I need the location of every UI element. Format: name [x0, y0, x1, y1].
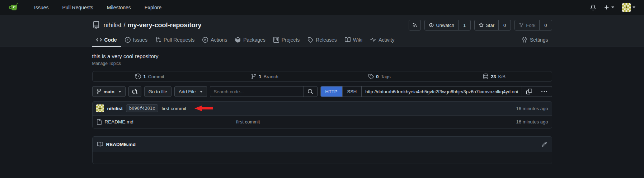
repo-title-row: nihilist/my-very-cool-repository Unwatch… [92, 19, 552, 31]
gitea-logo-icon[interactable] [9, 2, 19, 13]
fork-button-group: Fork 0 [514, 20, 552, 31]
file-age: 16 minutes ago [516, 119, 548, 125]
tab-label: Code [104, 37, 117, 43]
code-search-box [210, 86, 318, 97]
tab-activity[interactable]: Activity [366, 34, 398, 47]
stars-count[interactable]: 0 [498, 20, 511, 30]
unwatch-label: Unwatch [436, 23, 454, 28]
add-file-label: Add File [179, 89, 196, 94]
clone-ssh-button[interactable]: SSH [342, 86, 362, 97]
repo-icon [92, 21, 100, 29]
repo-action-buttons: Unwatch 1 Star 0 Fork 0 [409, 20, 552, 31]
edit-readme-button[interactable] [541, 141, 547, 147]
watchers-count[interactable]: 1 [458, 20, 470, 30]
tab-label: Releases [316, 37, 337, 43]
search-code-input[interactable] [210, 86, 304, 97]
database-icon [483, 74, 489, 79]
stat-label: KiB [498, 74, 506, 79]
top-navbar: Issues Pull Requests Milestones Explore [0, 0, 644, 15]
tab-label: Activity [379, 37, 394, 43]
commit-age: 16 minutes ago [516, 106, 548, 111]
notifications-bell-icon[interactable] [590, 5, 596, 10]
user-avatar-menu[interactable] [622, 3, 635, 12]
forks-count[interactable]: 0 [539, 20, 551, 30]
eye-icon [429, 23, 434, 28]
more-operations-button[interactable] [537, 86, 552, 97]
repo-owner-link[interactable]: nihilist [104, 22, 122, 29]
stat-label: Tags [381, 74, 390, 79]
navbar-right-controls [590, 3, 635, 12]
branch-selector-button[interactable]: main [92, 86, 126, 97]
tab-pull-requests[interactable]: Pull Requests [151, 34, 198, 47]
repo-breadcrumb: nihilist/my-very-cool-repository [104, 22, 202, 29]
stat-commits[interactable]: 1Commit [93, 71, 207, 81]
tab-actions[interactable]: Actions [198, 34, 231, 47]
clone-panel: HTTP SSH [320, 86, 552, 97]
file-icon [96, 119, 102, 125]
history-icon [135, 74, 141, 79]
file-name-link[interactable]: README.md [105, 119, 133, 125]
unwatch-button[interactable]: Unwatch [425, 20, 458, 30]
repo-tabs: Code Issues Pull Requests Actions Packag… [92, 34, 552, 47]
nav-link-milestones[interactable]: Milestones [102, 5, 136, 10]
stat-value: 1 [143, 74, 146, 79]
tab-label: Pull Requests [164, 37, 194, 43]
create-new-menu[interactable] [604, 5, 614, 10]
issue-opened-icon [125, 37, 131, 43]
fork-icon [519, 23, 524, 28]
clone-url-input[interactable] [361, 86, 521, 97]
nav-link-issues[interactable]: Issues [29, 5, 54, 10]
readme-header: README.md [93, 137, 552, 152]
star-button[interactable]: Star [475, 20, 498, 30]
readme-content [93, 152, 552, 164]
tab-projects[interactable]: Projects [269, 34, 304, 47]
rss-feed-button[interactable] [409, 20, 421, 31]
tab-packages[interactable]: Packages [231, 34, 269, 47]
git-branch-icon [97, 89, 102, 94]
breadcrumb-separator: / [124, 22, 126, 29]
tab-label: Actions [211, 37, 227, 43]
tab-label: Projects [282, 37, 300, 43]
tab-code[interactable]: Code [92, 34, 121, 47]
copy-icon [526, 89, 532, 94]
manage-topics-link[interactable]: Manage Topics [92, 61, 121, 66]
stat-label: Commit [148, 74, 164, 79]
commit-author-avatar[interactable] [96, 104, 104, 112]
commit-author-name[interactable]: nihilist [107, 106, 123, 111]
search-button[interactable] [304, 86, 317, 97]
avatar [622, 3, 631, 12]
tab-label: Wiki [353, 37, 362, 43]
chevron-down-icon [611, 6, 614, 8]
tab-wiki[interactable]: Wiki [341, 34, 366, 47]
repo-name-link[interactable]: my-very-cool-repository [128, 22, 202, 29]
commit-message[interactable]: first commit [161, 106, 186, 111]
tab-issues[interactable]: Issues [121, 34, 151, 47]
git-branch-icon [251, 74, 257, 79]
file-name-cell: README.md [96, 119, 236, 125]
repo-stats-bar: 1Commit 1Branch 0Tags 23KiB [92, 71, 552, 82]
compare-button[interactable] [128, 86, 141, 97]
chevron-down-icon [633, 6, 635, 8]
nav-link-explore[interactable]: Explore [139, 5, 167, 10]
pencil-icon [541, 141, 547, 147]
stat-label: Branch [264, 74, 278, 79]
stat-size[interactable]: 23KiB [437, 71, 552, 81]
project-board-icon [273, 37, 279, 43]
git-pull-request-icon [155, 37, 161, 43]
add-file-button[interactable]: Add File [174, 86, 207, 97]
branch-name: main [104, 89, 114, 94]
clone-http-button[interactable]: HTTP [321, 86, 342, 97]
latest-commit-row: nihilist b090f4201c first commit 16 minu… [93, 102, 552, 115]
stat-branches[interactable]: 1Branch [207, 71, 322, 81]
tab-settings[interactable]: Settings [518, 34, 552, 47]
file-commit-message[interactable]: first commit [236, 119, 516, 125]
stat-tags[interactable]: 0Tags [322, 71, 437, 81]
nav-link-pull-requests[interactable]: Pull Requests [57, 5, 98, 10]
tools-icon [522, 37, 527, 43]
copy-url-button[interactable] [522, 86, 537, 97]
fork-button[interactable]: Fork [515, 20, 539, 30]
commit-hash-badge[interactable]: b090f4201c [126, 104, 158, 112]
go-to-file-button[interactable]: Go to file [144, 86, 171, 97]
tab-label: Issues [133, 37, 147, 43]
tab-releases[interactable]: Releases [304, 34, 340, 47]
